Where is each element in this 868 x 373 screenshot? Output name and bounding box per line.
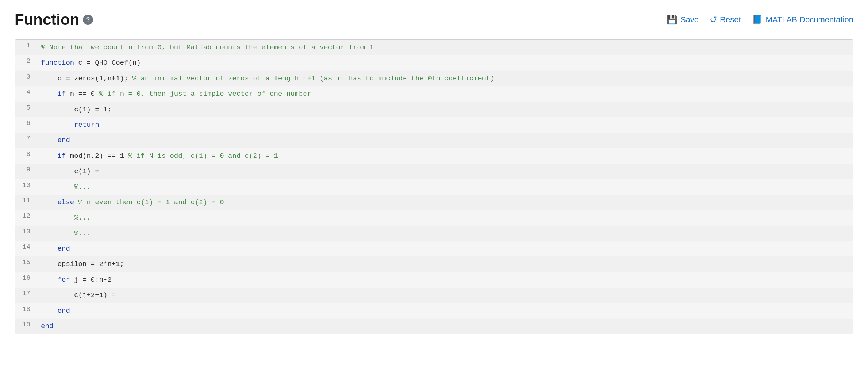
code-segment: [41, 121, 74, 129]
code-line: 10 %...: [15, 179, 853, 195]
line-content[interactable]: c(1) =: [35, 164, 853, 179]
line-content[interactable]: if mod(n,2) == 1 % if N is odd, c(1) = 0…: [35, 148, 853, 164]
code-line: 17 c(j+2+1) =: [15, 288, 853, 303]
code-segment: [41, 183, 74, 191]
code-line: 13 %...: [15, 226, 853, 241]
header-left: Function ?: [15, 11, 93, 28]
code-segment: [41, 90, 58, 98]
line-number: 2: [15, 55, 35, 71]
code-segment: else: [58, 198, 74, 206]
code-line: 6 return: [15, 117, 853, 133]
line-content[interactable]: end: [35, 319, 853, 334]
code-segment: function: [41, 59, 74, 67]
line-content[interactable]: %...: [35, 226, 853, 241]
code-line: 4 if n == 0 % if n = 0, then just a simp…: [15, 86, 853, 102]
code-segment: % an initial vector of zeros of a length…: [132, 75, 494, 83]
line-content[interactable]: % Note that we count n from 0, but Matla…: [35, 40, 853, 55]
line-number: 3: [15, 71, 35, 86]
code-segment: [41, 245, 58, 253]
line-number: 15: [15, 256, 35, 272]
code-segment: % Note that we count n from 0, but Matla…: [41, 43, 374, 52]
code-segment: c = QHO_Coef(n): [74, 59, 140, 67]
line-number: 4: [15, 86, 35, 102]
code-segment: [41, 214, 74, 222]
code-segment: end: [58, 245, 70, 253]
code-line: 18 end: [15, 303, 853, 319]
page-title: Function: [15, 11, 79, 28]
code-line: 3 c = zeros(1,n+1); % an initial vector …: [15, 71, 853, 86]
code-segment: [41, 198, 58, 206]
help-icon[interactable]: ?: [83, 15, 93, 25]
line-number: 8: [15, 148, 35, 164]
line-number: 17: [15, 288, 35, 303]
line-content[interactable]: end: [35, 303, 853, 319]
code-line: 15 epsilon = 2*n+1;: [15, 256, 853, 272]
code-segment: [41, 152, 58, 160]
code-segment: for: [58, 276, 70, 284]
code-segment: % if N is odd, c(1) = 0 and c(2) = 1: [128, 152, 278, 160]
line-number: 1: [15, 40, 35, 55]
code-segment: %...: [74, 183, 91, 191]
code-segment: if: [58, 90, 66, 98]
code-line: 16 for j = 0:n-2: [15, 272, 853, 288]
line-number: 11: [15, 195, 35, 210]
line-content[interactable]: function c = QHO_Coef(n): [35, 55, 853, 71]
code-line: 1% Note that we count n from 0, but Matl…: [15, 40, 853, 55]
code-segment: %...: [74, 214, 91, 222]
code-line: 8 if mod(n,2) == 1 % if N is odd, c(1) =…: [15, 148, 853, 164]
page-header: Function ? 💾 Save ↺ Reset 📘 MATLAB Docum…: [15, 11, 853, 28]
line-content[interactable]: c(1) = 1;: [35, 102, 853, 117]
code-segment: end: [58, 136, 70, 144]
line-number: 10: [15, 179, 35, 195]
line-content[interactable]: c(j+2+1) =: [35, 288, 853, 303]
code-segment: c(j+2+1) =: [41, 291, 116, 299]
line-content[interactable]: if n == 0 % if n = 0, then just a simple…: [35, 86, 853, 102]
save-icon: 💾: [667, 15, 678, 25]
code-segment: [41, 307, 58, 315]
code-segment: n == 0: [66, 90, 99, 98]
line-content[interactable]: else % n even then c(1) = 1 and c(2) = 0: [35, 195, 853, 210]
code-line: 2function c = QHO_Coef(n): [15, 55, 853, 71]
line-content[interactable]: return: [35, 117, 853, 133]
code-line: 7 end: [15, 133, 853, 148]
code-line: 19end: [15, 319, 853, 334]
line-number: 7: [15, 133, 35, 148]
line-number: 16: [15, 272, 35, 288]
code-line: 12 %...: [15, 210, 853, 225]
line-content[interactable]: %...: [35, 179, 853, 195]
reset-icon: ↺: [710, 15, 717, 25]
code-segment: [41, 136, 58, 144]
code-segment: mod(n,2) == 1: [66, 152, 128, 160]
code-line: 5 c(1) = 1;: [15, 102, 853, 117]
code-segment: if: [58, 152, 66, 160]
code-line: 9 c(1) =: [15, 164, 853, 179]
line-content[interactable]: %...: [35, 210, 853, 225]
code-segment: c = zeros(1,n+1);: [41, 75, 132, 83]
line-number: 18: [15, 303, 35, 319]
code-segment: end: [41, 322, 53, 330]
line-number: 19: [15, 319, 35, 334]
line-content[interactable]: end: [35, 133, 853, 148]
code-line: 11 else % n even then c(1) = 1 and c(2) …: [15, 195, 853, 210]
code-segment: %...: [74, 229, 91, 237]
header-actions: 💾 Save ↺ Reset 📘 MATLAB Documentation: [667, 15, 853, 25]
line-number: 6: [15, 117, 35, 133]
matlab-docs-button[interactable]: 📘 MATLAB Documentation: [752, 15, 853, 25]
code-segment: j = 0:n-2: [70, 276, 112, 284]
line-content[interactable]: for j = 0:n-2: [35, 272, 853, 288]
code-segment: % if n = 0, then just a simple vector of…: [99, 90, 312, 98]
line-content[interactable]: c = zeros(1,n+1); % an initial vector of…: [35, 71, 853, 86]
save-button[interactable]: 💾 Save: [667, 15, 699, 25]
line-content[interactable]: epsilon = 2*n+1;: [35, 256, 853, 272]
book-icon: 📘: [752, 15, 763, 25]
code-line: 14 end: [15, 241, 853, 256]
line-number: 12: [15, 210, 35, 225]
line-number: 13: [15, 226, 35, 241]
line-number: 14: [15, 241, 35, 256]
line-content[interactable]: end: [35, 241, 853, 256]
code-segment: [41, 276, 58, 284]
line-number: 9: [15, 164, 35, 179]
code-editor[interactable]: 1% Note that we count n from 0, but Matl…: [15, 39, 853, 334]
reset-button[interactable]: ↺ Reset: [710, 15, 741, 25]
code-segment: c(1) = 1;: [41, 106, 112, 114]
